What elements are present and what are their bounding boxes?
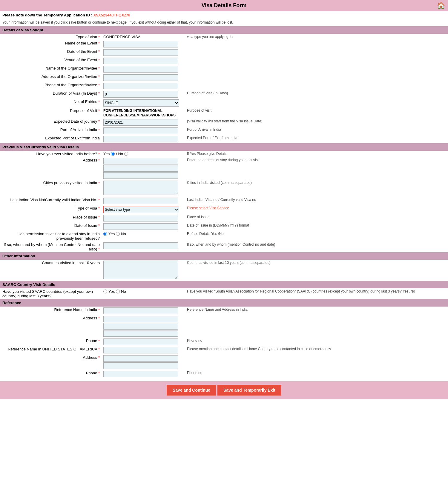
ref-phone-india-input[interactable]: [103, 338, 178, 345]
saarc-yes-radio[interactable]: [103, 290, 107, 293]
ref-name-india-label: Reference Name in India *: [0, 307, 102, 315]
purpose-label: Purpose of Visit *: [0, 107, 102, 118]
ref-name-usa-input[interactable]: [103, 347, 178, 353]
row-purpose: Purpose of Visit * FOR ATTENDING INTERNA…: [0, 107, 448, 118]
port-arrival-hint: Port of Arrival in India: [185, 127, 448, 135]
name-organizer-input[interactable]: [103, 66, 178, 73]
address-label: Address *: [0, 157, 102, 180]
port-arrival-label: Port of Arrival in India *: [0, 127, 102, 135]
row-ref-name-india: Reference Name in India * Reference Name…: [0, 307, 448, 315]
save-continue-button[interactable]: Save and Continue: [167, 385, 216, 396]
refused-radio-group: Yes No: [103, 232, 183, 236]
row-last-visa-no: Last Indian Visa No/Currently valid Indi…: [0, 197, 448, 205]
saarc-no-radio[interactable]: [116, 290, 120, 293]
row-date-of-event: Date of the Event *: [0, 48, 448, 57]
date-event-input[interactable]: [103, 49, 178, 56]
duration-label: Duration of Visa (In Days) *: [0, 90, 102, 99]
row-name-organizer: Name of the Organizer/Invitee *: [0, 65, 448, 73]
row-refused-when: If so, when and by whom (Mention Control…: [0, 241, 448, 252]
row-saarc-visited: Have you visited SAARC countries (except…: [0, 288, 448, 299]
name-organizer-label: Name of the Organizer/Invitee *: [0, 65, 102, 73]
temp-id-label: Please note down the Temporary Applicati…: [2, 13, 92, 17]
ref-address-india-input-1[interactable]: [103, 316, 178, 322]
other-info-table: Countries Visited in Last 10 years Count…: [0, 260, 448, 281]
visited-india-yes-radio[interactable]: [111, 152, 115, 156]
section-previous-visa: Previous Visa/Currently valid Visa Detai…: [0, 143, 448, 151]
row-date-issue: Date of Issue * Date of Issue in (DD/MM/…: [0, 222, 448, 231]
row-name-of-event: Name of the Event *: [0, 40, 448, 48]
port-exit-label: Expected Port of Exit from India: [0, 135, 102, 143]
ref-name-india-input[interactable]: [103, 307, 178, 314]
address-input-1[interactable]: [103, 158, 178, 164]
expected-date-input[interactable]: [103, 119, 178, 126]
countries-visited-textarea[interactable]: [103, 261, 178, 279]
no-entries-select[interactable]: SINGLE DOUBLE MULTIPLE: [103, 99, 179, 107]
ref-phone-usa-input[interactable]: [103, 371, 178, 377]
refused-yes-radio[interactable]: [103, 232, 107, 236]
saarc-table: Have you visited SAARC countries (except…: [0, 288, 448, 299]
last-visa-no-input[interactable]: [103, 198, 178, 204]
row-place-issue: Place of Issue * Place of Issue: [0, 214, 448, 222]
section-saarc: SAARC Country Visit Details: [0, 281, 448, 288]
duration-hint: Duration of Visa (In Days): [185, 90, 448, 99]
address-organizer-input[interactable]: [103, 74, 178, 81]
address-hint: Enter the address of stay during your la…: [185, 157, 448, 180]
venue-event-input[interactable]: [103, 58, 178, 64]
refused-hint: Refuse Details Yes /No: [185, 231, 448, 241]
address-organizer-label: Address of the Organizer/Invitee *: [0, 73, 102, 82]
refused-when-input[interactable]: [103, 242, 178, 249]
type-visa-select-label: Type of Visa *: [0, 205, 102, 214]
ref-name-india-hint: Reference Name and Address in India: [185, 307, 448, 315]
name-event-input[interactable]: [103, 41, 178, 47]
row-port-arrival: Port of Arrival in India * Port of Arriv…: [0, 127, 448, 135]
address-input-2[interactable]: [103, 165, 178, 172]
refused-no-radio[interactable]: [116, 232, 120, 236]
no-entries-label: No. of Entries *: [0, 99, 102, 107]
reference-table: Reference Name in India * Reference Name…: [0, 307, 448, 378]
saarc-visited-hint: Have you visited "South Asian Associatio…: [185, 288, 448, 299]
visited-india-radio-group: Yes / No: [103, 152, 183, 156]
last-visa-no-label: Last Indian Visa No/Currently valid Indi…: [0, 197, 102, 205]
countries-visited-label: Countries Visited in Last 10 years: [0, 260, 102, 281]
ref-phone-usa-label: Phone *: [0, 370, 102, 378]
expected-date-hint: (Visa validity will start from the Visa …: [185, 118, 448, 127]
ref-address-usa-label: Address *: [0, 354, 102, 370]
footer: Save and Continue Save and Temporarily E…: [0, 381, 448, 399]
saarc-radio-group: Yes No: [103, 289, 183, 294]
date-issue-label: Date of Issue *: [0, 222, 102, 231]
place-issue-input[interactable]: [103, 215, 178, 221]
address-input-3[interactable]: [103, 172, 178, 179]
port-exit-input[interactable]: [103, 136, 178, 142]
ref-address-india-input-2[interactable]: [103, 323, 178, 330]
page-title: Visa Details Form: [202, 2, 247, 8]
date-issue-hint: Date of Issue in (DD/MM/YYYY) format: [185, 222, 448, 231]
save-exit-button[interactable]: Save and Temporarily Exit: [217, 385, 281, 396]
row-port-exit: Expected Port of Exit from India Expecte…: [0, 135, 448, 143]
section-details-of-visa: Details of Visa Sought: [0, 26, 448, 34]
phone-organizer-label: Phone of the Organizer/Invitee *: [0, 82, 102, 90]
type-visa-error: Please select Visa Service: [187, 206, 229, 210]
countries-visited-hint: Countries visited in last 10 years (comm…: [185, 260, 448, 281]
home-icon[interactable]: 🏠: [437, 2, 445, 10]
phone-organizer-input[interactable]: [103, 83, 178, 89]
ref-address-usa-input-2[interactable]: [103, 362, 178, 369]
place-issue-label: Place of Issue *: [0, 214, 102, 222]
name-event-input-cell: [102, 40, 185, 48]
row-ref-address-usa: Address *: [0, 354, 448, 370]
refused-when-label: If so, when and by whom (Mention Control…: [0, 241, 102, 252]
row-expected-date: Expected Date of journey * (Visa validit…: [0, 118, 448, 127]
name-event-label: Name of the Event *: [0, 40, 102, 48]
type-of-visa-value: CONFERENCE VISA: [102, 34, 185, 40]
type-visa-select[interactable]: Select visa type Tourist Business Employ…: [103, 206, 179, 213]
duration-input[interactable]: [103, 91, 178, 98]
ref-address-usa-input-1[interactable]: [103, 355, 178, 362]
row-type-visa-select: Type of Visa * Select visa type Tourist …: [0, 205, 448, 214]
row-phone-organizer: Phone of the Organizer/Invitee *: [0, 82, 448, 90]
visited-india-no-radio[interactable]: [124, 152, 128, 156]
ref-address-india-input-3[interactable]: [103, 330, 178, 337]
date-issue-input[interactable]: [103, 223, 178, 230]
cities-textarea[interactable]: [103, 181, 178, 195]
ref-name-usa-label: Reference Name in UNITED STATES OF AMERI…: [0, 346, 102, 354]
port-arrival-input[interactable]: [103, 127, 178, 134]
purpose-value: FOR ATTENDING INTERNATIONAL CONFERENCES/…: [103, 109, 176, 117]
